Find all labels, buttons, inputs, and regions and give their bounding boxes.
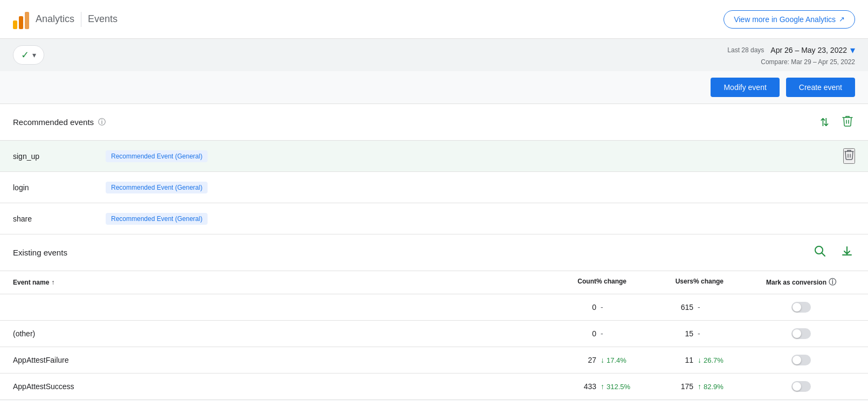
event-badge-login: Recommended Event (General) — [106, 182, 208, 193]
event-name-cell: (other) — [13, 329, 553, 338]
page-name: Events — [88, 13, 118, 25]
check-circle-icon: ✓ — [21, 49, 29, 61]
count-cell: 433 — [553, 382, 596, 391]
date-section: Last 28 days Apr 26 – May 23, 2022 ▾ Com… — [727, 44, 855, 66]
existing-section-actions — [812, 243, 855, 262]
modify-event-button[interactable]: Modify event — [711, 78, 779, 97]
conversion-help-icon[interactable]: ⓘ — [829, 278, 836, 287]
event-name-login: login — [13, 183, 99, 192]
existing-events-header: Existing events — [0, 234, 868, 271]
th-event-name[interactable]: Event name ↑ — [13, 278, 553, 287]
sort-asc-icon: ↑ — [51, 279, 54, 286]
svg-line-1 — [822, 253, 825, 256]
count-cell: 27 — [553, 356, 596, 364]
sort-icon-button[interactable]: ⇅ — [818, 114, 831, 131]
users-change-cell: ↑ 82.9% — [693, 382, 747, 391]
date-chevron-icon[interactable]: ▾ — [850, 44, 855, 56]
count-change-cell: ↑ 312.5% — [596, 382, 650, 391]
arrow-down-icon: ↓ — [698, 356, 701, 364]
recommended-event-row-share: share Recommended Event (General) — [0, 203, 868, 234]
table-row: (other) 0 - 15 - — [0, 321, 868, 347]
users-change-cell: - — [693, 303, 747, 312]
conversion-toggle[interactable] — [747, 328, 855, 339]
delete-signup-button[interactable] — [843, 148, 855, 164]
recommended-section-actions: ⇅ — [818, 113, 855, 132]
event-name-signup: sign_up — [13, 152, 99, 161]
event-name-cell: AppAttestFailure — [13, 356, 553, 364]
app-name: Analytics — [36, 13, 74, 25]
recommended-event-row-login: login Recommended Event (General) — [0, 172, 868, 203]
external-link-icon: ↗ — [839, 15, 845, 23]
th-conversion: Mark as conversion ⓘ — [747, 278, 855, 287]
existing-events-section: Existing events Event name ↑ Count % cha… — [0, 234, 868, 400]
th-count: Count — [553, 278, 596, 287]
app-header: Analytics Events View more in Google Ana… — [0, 0, 868, 39]
create-event-button[interactable]: Create event — [786, 78, 855, 97]
logo-bar-1 — [13, 20, 17, 29]
users-cell: 15 — [650, 329, 693, 338]
event-name-cell: AppAttestSuccess — [13, 382, 553, 391]
last-days-label: Last 28 days — [727, 46, 764, 54]
delete-section-button[interactable] — [840, 113, 855, 132]
chevron-down-icon: ▾ — [32, 51, 36, 59]
users-change-cell: ↓ 26.7% — [693, 356, 747, 364]
users-change-cell: - — [693, 329, 747, 338]
recommended-events-title: Recommended events ⓘ — [13, 117, 106, 127]
users-cell: 615 — [650, 303, 693, 312]
th-count-change: % change — [596, 278, 650, 287]
count-change-cell: - — [596, 303, 650, 312]
recommended-event-row-signup: sign_up Recommended Event (General) — [0, 141, 868, 172]
count-change-cell: ↓ 17.4% — [596, 356, 650, 364]
logo-bar-2 — [19, 16, 23, 29]
conversion-toggle[interactable] — [747, 302, 855, 313]
logo-bar-3 — [25, 12, 29, 29]
th-users-change: % change — [693, 278, 747, 287]
existing-events-title: Existing events — [13, 248, 67, 257]
recommended-help-icon[interactable]: ⓘ — [98, 117, 106, 127]
users-cell: 175 — [650, 382, 693, 391]
th-users: Users — [650, 278, 693, 287]
date-range: Apr 26 – May 23, 2022 — [770, 46, 847, 54]
arrow-down-icon: ↓ — [601, 356, 604, 364]
arrow-up-icon: ↑ — [601, 382, 604, 391]
event-badge-signup: Recommended Event (General) — [106, 150, 208, 162]
download-events-button[interactable] — [839, 243, 855, 262]
compare-label: Compare: Mar 29 – Apr 25, 2022 — [761, 58, 855, 66]
arrow-up-icon: ↑ — [698, 382, 701, 391]
conversion-toggle[interactable] — [747, 355, 855, 365]
view-more-button[interactable]: View more in Google Analytics ↗ — [724, 10, 855, 29]
table-row: AppAttestSuccess 433 ↑ 312.5% 175 ↑ 82.9… — [0, 374, 868, 400]
header-branding: Analytics Events — [13, 10, 118, 29]
event-badge-share: Recommended Event (General) — [106, 213, 208, 225]
toolbar: ✓ ▾ Last 28 days Apr 26 – May 23, 2022 ▾… — [0, 39, 868, 71]
table-header: Event name ↑ Count % change Users % chan… — [0, 271, 868, 294]
filter-button[interactable]: ✓ ▾ — [13, 45, 44, 65]
count-cell: 0 — [553, 329, 596, 338]
count-change-cell: - — [596, 329, 650, 338]
users-cell: 11 — [650, 356, 693, 364]
table-row: 0 - 615 - — [0, 294, 868, 321]
recommended-events-section-header: Recommended events ⓘ ⇅ — [0, 104, 868, 141]
conversion-toggle[interactable] — [747, 381, 855, 392]
toolbar-filters: ✓ ▾ — [13, 45, 44, 65]
analytics-logo — [13, 10, 29, 29]
search-events-button[interactable] — [812, 243, 828, 262]
count-cell: 0 — [553, 303, 596, 312]
header-divider — [81, 12, 81, 27]
event-name-share: share — [13, 215, 99, 223]
table-row: AppAttestFailure 27 ↓ 17.4% 11 ↓ 26.7% — [0, 347, 868, 374]
action-row: Modify event Create event — [0, 71, 868, 104]
